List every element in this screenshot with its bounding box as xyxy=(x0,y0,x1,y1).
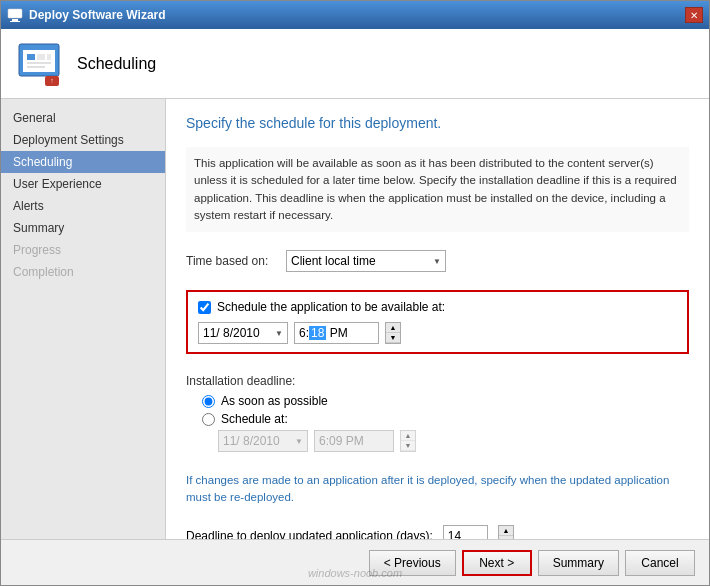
title-bar: Deploy Software Wizard ✕ xyxy=(1,1,709,29)
radio-schedule-at[interactable] xyxy=(202,413,215,426)
info-text: This application will be available as so… xyxy=(186,147,689,232)
svg-rect-5 xyxy=(27,54,35,60)
header-bar: ↑ Scheduling xyxy=(1,29,709,99)
radio-as-soon-row: As soon as possible xyxy=(202,394,689,408)
svg-rect-1 xyxy=(12,19,18,21)
summary-button[interactable]: Summary xyxy=(538,550,619,576)
installation-deadline-label: Installation deadline: xyxy=(186,374,689,388)
radio-as-soon[interactable] xyxy=(202,395,215,408)
deploy-icon xyxy=(7,7,23,23)
time-based-label: Time based on: xyxy=(186,254,276,268)
deadline-days-spinner-up[interactable]: ▲ xyxy=(499,526,513,536)
schedule-box: Schedule the application to be available… xyxy=(186,290,689,354)
svg-rect-6 xyxy=(37,54,45,60)
deadline-spinner-down: ▼ xyxy=(401,441,415,451)
watermark: windows-noob.com xyxy=(308,567,402,579)
header-title: Scheduling xyxy=(77,55,156,73)
window-title: Deploy Software Wizard xyxy=(29,8,166,22)
title-bar-left: Deploy Software Wizard xyxy=(7,7,166,23)
svg-rect-8 xyxy=(27,62,51,64)
svg-text:↑: ↑ xyxy=(50,77,54,84)
radio-as-soon-label: As soon as possible xyxy=(221,394,328,408)
sidebar-item-user-experience[interactable]: User Experience xyxy=(1,173,165,195)
deadline-days-spinner[interactable]: ▲ ▼ xyxy=(498,525,514,540)
svg-rect-0 xyxy=(8,9,22,18)
svg-rect-2 xyxy=(10,21,20,22)
next-button[interactable]: Next > xyxy=(462,550,532,576)
schedule-inputs: 11/ 8/2010 ▼ 6:18 PM ▲ ▼ xyxy=(198,322,677,344)
deadline-time-spinner: ▲ ▼ xyxy=(400,430,416,452)
schedule-time-selected: 18 xyxy=(309,326,326,340)
svg-rect-4 xyxy=(23,50,55,72)
time-based-value: Client local time xyxy=(291,254,376,268)
main-content-area: Specify the schedule for this deployment… xyxy=(166,99,709,539)
sidebar-item-deployment-settings[interactable]: Deployment Settings xyxy=(1,129,165,151)
radio-schedule-row: Schedule at: xyxy=(202,412,689,426)
deadline-days-row: Deadline to deploy updated application (… xyxy=(186,525,689,540)
schedule-date-value: 11/ 8/2010 xyxy=(203,326,260,340)
deadline-days-input[interactable]: 14 xyxy=(443,525,488,540)
deadline-time-value: 6:09 PM xyxy=(319,434,364,448)
deadline-date-arrow-icon: ▼ xyxy=(295,437,303,446)
schedule-time-input[interactable]: 6:18 PM xyxy=(294,322,379,344)
dropdown-arrow-icon: ▼ xyxy=(433,257,441,266)
update-info-text: If changes are made to an application af… xyxy=(186,472,689,507)
time-based-row: Time based on: Client local time ▼ xyxy=(186,250,689,272)
installation-deadline-section: Installation deadline: As soon as possib… xyxy=(186,374,689,452)
deadline-days-value: 14 xyxy=(448,529,461,540)
content-area: General Deployment Settings Scheduling U… xyxy=(1,99,709,539)
radio-schedule-label: Schedule at: xyxy=(221,412,288,426)
schedule-checkbox-row: Schedule the application to be available… xyxy=(198,300,677,314)
sidebar-item-scheduling[interactable]: Scheduling xyxy=(1,151,165,173)
schedule-checkbox-label: Schedule the application to be available… xyxy=(217,300,445,314)
time-based-dropdown[interactable]: Client local time ▼ xyxy=(286,250,446,272)
sidebar-item-alerts[interactable]: Alerts xyxy=(1,195,165,217)
sidebar-item-completion: Completion xyxy=(1,261,165,283)
schedule-checkbox[interactable] xyxy=(198,301,211,314)
sidebar-item-general[interactable]: General xyxy=(1,107,165,129)
deadline-date-input: 11/ 8/2010 ▼ xyxy=(218,430,308,452)
sidebar: General Deployment Settings Scheduling U… xyxy=(1,99,166,539)
deadline-time-input: 6:09 PM xyxy=(314,430,394,452)
deadline-date-value: 11/ 8/2010 xyxy=(223,434,280,448)
close-button[interactable]: ✕ xyxy=(685,7,703,23)
spinner-down-button[interactable]: ▼ xyxy=(386,333,400,343)
scheduling-icon: ↑ xyxy=(15,40,63,88)
deadline-inputs-row: 11/ 8/2010 ▼ 6:09 PM ▲ ▼ xyxy=(218,430,689,452)
spinner-up-button[interactable]: ▲ xyxy=(386,323,400,333)
sidebar-item-summary[interactable]: Summary xyxy=(1,217,165,239)
date-dropdown-icon: ▼ xyxy=(275,329,283,338)
time-spinner[interactable]: ▲ ▼ xyxy=(385,322,401,344)
deadline-spinner-up: ▲ xyxy=(401,431,415,441)
main-window: Deploy Software Wizard ✕ ↑ Scheduling Ge… xyxy=(0,0,710,586)
deadline-days-label: Deadline to deploy updated application (… xyxy=(186,529,433,540)
svg-rect-7 xyxy=(47,54,51,60)
svg-rect-9 xyxy=(27,66,45,68)
cancel-button[interactable]: Cancel xyxy=(625,550,695,576)
footer: windows-noob.com < Previous Next > Summa… xyxy=(1,539,709,585)
schedule-date-input[interactable]: 11/ 8/2010 ▼ xyxy=(198,322,288,344)
page-title: Specify the schedule for this deployment… xyxy=(186,115,689,131)
sidebar-item-progress: Progress xyxy=(1,239,165,261)
